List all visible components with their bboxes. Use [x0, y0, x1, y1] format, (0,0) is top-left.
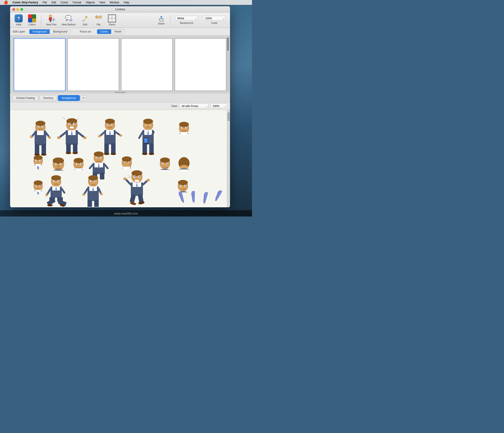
- view-select-wrapper[interactable]: All with Poses Poses Only Heads Only: [180, 104, 209, 108]
- view-label: View:: [171, 105, 178, 108]
- svg-point-104: [34, 155, 43, 160]
- website-url: www.mac666.com: [114, 212, 138, 215]
- svg-point-57: [83, 136, 87, 139]
- svg-point-77: [104, 153, 109, 155]
- svg-line-174: [62, 189, 64, 193]
- scenery-tab[interactable]: Scenery: [39, 95, 57, 101]
- focus-label: Focus on:: [80, 30, 91, 33]
- svg-rect-194: [88, 200, 92, 207]
- svg-point-106: [36, 160, 37, 161]
- comic-panel-3[interactable]: [121, 38, 173, 91]
- straightman-tab[interactable]: Straightman: [58, 95, 80, 101]
- titlebar: Untitled: [10, 6, 230, 13]
- flip-button[interactable]: Flip: [93, 13, 104, 27]
- svg-point-219: [178, 180, 188, 185]
- help-button[interactable]: ? Help: [13, 13, 25, 27]
- background-button[interactable]: Background: [50, 29, 71, 34]
- svg-point-44: [69, 123, 71, 125]
- panel-button[interactable]: Panel: [106, 13, 118, 27]
- panel-focus-button[interactable]: Panel: [111, 29, 125, 34]
- comic-panel-4[interactable]: [175, 38, 226, 91]
- toolbar: ? Help Colors: [10, 13, 230, 28]
- scale-select-wrapper[interactable]: 100% 75% 50% 125%: [203, 16, 225, 21]
- casting-tabs: Central Casting Scenery Straightman +: [10, 94, 230, 102]
- menubar-objects[interactable]: Objects: [84, 0, 97, 5]
- fullscreen-button[interactable]: [20, 8, 23, 11]
- svg-line-206: [128, 178, 131, 178]
- svg-point-27: [38, 126, 39, 127]
- svg-point-55: [57, 136, 61, 139]
- svg-point-179: [47, 204, 53, 206]
- svg-point-150: [167, 163, 168, 164]
- svg-point-159: [40, 185, 41, 186]
- characters-area[interactable]: [10, 110, 230, 207]
- characters-svg: [17, 110, 223, 207]
- svg-point-117: [56, 165, 60, 168]
- svg-point-97: [179, 122, 189, 127]
- svg-point-121: [77, 163, 78, 164]
- comic-button[interactable]: Comic: [97, 29, 111, 34]
- comic-panel-2[interactable]: [67, 38, 119, 91]
- edit-button[interactable]: Edit: [79, 13, 91, 27]
- bottom-bar: www.mac666.com: [0, 210, 252, 216]
- svg-point-95: [149, 153, 154, 155]
- menubar-format[interactable]: Format: [71, 0, 83, 5]
- colors-button[interactable]: Colors: [26, 13, 38, 27]
- zoom-select[interactable]: 100% 75% 50% 125%: [210, 104, 227, 108]
- add-tab-button[interactable]: +: [81, 95, 86, 101]
- svg-point-94: [142, 153, 147, 155]
- flip-icon: [94, 14, 103, 22]
- central-casting-tab[interactable]: Central Casting: [12, 95, 39, 101]
- scale-control: 100% 75% 50% 125% Scale: [201, 15, 227, 25]
- svg-line-49: [63, 117, 65, 119]
- zoom-select-wrapper[interactable]: 100% 75% 50% 125%: [210, 104, 227, 108]
- share-button[interactable]: Share: [156, 14, 167, 26]
- window-title: Untitled: [115, 8, 125, 11]
- svg-rect-137: [100, 173, 104, 180]
- svg-point-112: [53, 157, 64, 164]
- apple-menu[interactable]: 🍎: [2, 0, 10, 5]
- menubar-file[interactable]: File: [41, 0, 49, 5]
- svg-point-84: [150, 125, 151, 126]
- edit-layer-label: Edit Layer:: [13, 30, 26, 33]
- new-part-button[interactable]: New Part: [45, 13, 58, 27]
- menubar-app-name[interactable]: Comic Strip Factory: [11, 0, 40, 5]
- menubar-help[interactable]: Help: [122, 0, 131, 5]
- svg-point-46: [74, 123, 75, 125]
- menubar-view[interactable]: View: [98, 0, 107, 5]
- scroll-indicator: [114, 92, 126, 93]
- svg-rect-38: [42, 144, 46, 154]
- svg-point-67: [112, 124, 113, 125]
- background-select-wrapper[interactable]: White Black Gray: [175, 16, 198, 21]
- svg-line-212: [143, 180, 147, 185]
- right-scrollbar[interactable]: [227, 110, 230, 207]
- foreground-button[interactable]: Foreground: [29, 29, 50, 34]
- scrollbar-thumb: [227, 112, 230, 121]
- menubar-comic[interactable]: Comic: [59, 0, 70, 5]
- svg-point-155: [34, 180, 43, 185]
- menubar-window[interactable]: Window: [108, 0, 121, 5]
- background-select[interactable]: White Black Gray: [175, 16, 198, 21]
- svg-rect-124: [75, 168, 82, 171]
- view-select[interactable]: All with Poses Poses Only Heads Only: [180, 104, 209, 108]
- scale-select[interactable]: 100% 75% 50% 125%: [203, 16, 225, 21]
- svg-point-165: [54, 180, 55, 181]
- minimize-button[interactable]: [16, 8, 19, 11]
- svg-rect-91: [144, 138, 148, 143]
- svg-point-36: [48, 136, 51, 139]
- comic-panel-1[interactable]: [14, 38, 65, 91]
- panels-scrollbar[interactable]: [227, 37, 229, 92]
- flip-label: Flip: [97, 23, 100, 26]
- svg-line-134: [90, 165, 93, 168]
- close-button[interactable]: [12, 8, 15, 11]
- edit-label: Edit: [83, 23, 87, 26]
- svg-rect-195: [94, 200, 99, 207]
- svg-point-65: [108, 124, 109, 125]
- svg-rect-17: [82, 20, 85, 21]
- new-balloon-button[interactable]: ?! New Balloon: [60, 13, 77, 27]
- panels-area: [10, 36, 230, 94]
- svg-point-78: [111, 153, 116, 155]
- svg-point-213: [146, 179, 150, 181]
- menubar-edit[interactable]: Edit: [50, 0, 58, 5]
- svg-rect-75: [104, 143, 109, 153]
